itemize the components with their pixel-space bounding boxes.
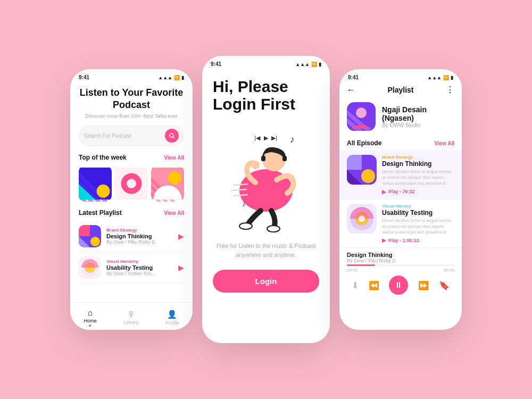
svg-point-19 <box>90 237 100 246</box>
active-dot <box>89 325 91 327</box>
player-controls: ⬇ ⏪ ⏸ ⏩ 🔖 <box>347 275 454 296</box>
status-bar-3: 9:41 ▲▲▲ 🛜 ▮ <box>339 69 462 82</box>
playlist-info-2: Visual Hierachy Usability Testing By Oww… <box>106 259 173 276</box>
latest-playlist-label: Latest Playlist <box>79 209 122 217</box>
back-button[interactable]: ← <box>347 85 355 95</box>
signal-icon: ▲▲▲ <box>158 75 172 80</box>
now-playing-bar: Design Thinking By Oww / Piko Rizky D 15… <box>339 248 462 298</box>
nav-library-label: Library <box>123 320 138 325</box>
svg-text:▶|: ▶| <box>271 135 277 141</box>
nav-library[interactable]: 🎙 Library <box>123 310 138 325</box>
forward-button[interactable]: ⏩ <box>418 280 429 290</box>
playlist-info-1: Brand Strategy Design Thinking By Oww / … <box>106 228 173 245</box>
now-playing-left: Design Thinking By Oww / Piko Rizky D <box>347 252 396 263</box>
nav-profile[interactable]: 👤 Profile <box>165 310 179 326</box>
phone-3: 9:41 ▲▲▲ 🛜 ▮ ← Playlist ⋮ Ngaji Desain (… <box>339 69 462 330</box>
svg-point-0 <box>170 134 173 137</box>
login-button[interactable]: Login <box>213 270 319 293</box>
view-all-playlist[interactable]: View All <box>164 210 184 216</box>
bookmark-button[interactable]: 🔖 <box>439 280 450 290</box>
ep-play-label-1: Play - 70:32 <box>388 189 415 194</box>
playlist-cat-2: Visual Hierachy <box>106 259 173 264</box>
rewind-button[interactable]: ⏪ <box>369 280 379 290</box>
status-bar-2: 9:41 ▲▲▲ 🛜 ▮ <box>202 56 330 69</box>
play-button-2[interactable]: ▶ <box>178 263 184 272</box>
svg-point-31 <box>239 223 252 229</box>
svg-point-45 <box>361 169 375 183</box>
playlist-by-1: By Oww / Piko Rizky D <box>106 239 173 245</box>
progress-times: 15:40 60:20 <box>347 268 454 272</box>
playlist-header: Ngaji Desain (Ngasen) By OWW Studio <box>339 98 462 137</box>
playlist-name-2: Usability Testing <box>106 264 173 271</box>
episode-item-2[interactable]: Visual Hieracy Usability Testing Donec f… <box>339 200 462 248</box>
ep-play-2[interactable]: ▶ Play - 1:05:12 <box>382 237 454 243</box>
more-button[interactable]: ⋮ <box>446 85 454 95</box>
status-bar-1: 9:41 ▲▲▲ 🛜 ▮ <box>70 69 193 82</box>
signal-icons-3: ▲▲▲ 🛜 ▮ <box>427 75 453 80</box>
svg-point-50 <box>359 215 365 222</box>
top-cards-grid <box>79 165 184 202</box>
wifi-icon: 🛜 <box>174 75 180 80</box>
playlist-cat-1: Brand Strategy <box>106 228 173 232</box>
view-all-episodes[interactable]: View All <box>434 140 454 146</box>
playlist-big-by: By OWW Studio <box>382 122 454 128</box>
playlist-big-thumb <box>347 102 376 131</box>
search-button[interactable] <box>165 129 179 143</box>
view-all-top[interactable]: View All <box>164 155 184 161</box>
login-title-line1: Hi, Please <box>213 78 288 95</box>
nav-profile-label: Profile <box>165 320 179 326</box>
playlist-name-1: Design Thinking <box>106 233 173 239</box>
svg-point-8 <box>97 185 110 198</box>
playlist-nav-title: Playlist <box>387 86 413 94</box>
time-3: 9:41 <box>348 74 359 80</box>
ep-play-label-2: Play - 1:05:12 <box>388 238 419 243</box>
playlist-nav: ← Playlist ⋮ <box>339 82 462 98</box>
wifi-icon-3: 🛜 <box>443 75 449 80</box>
ep-cat-2: Visual Hieracy <box>382 204 454 209</box>
playlist-thumb-2 <box>79 256 101 279</box>
play-button-1[interactable]: ▶ <box>178 232 184 240</box>
battery-icon: ▮ <box>181 75 184 80</box>
top-card-1[interactable] <box>79 165 112 202</box>
ep-cat-1: Brand Strategy <box>382 155 454 160</box>
ep-thumb-1 <box>347 155 377 185</box>
svg-text:▶: ▶ <box>264 135 269 141</box>
progress-track <box>347 264 454 266</box>
playlist-item-1[interactable]: Brand Strategy Design Thinking By Oww / … <box>79 221 184 252</box>
episode-item-1[interactable]: Brand Strategy Design Thinking Donec fac… <box>339 151 462 200</box>
svg-point-30 <box>251 161 260 169</box>
top-card-2[interactable] <box>115 165 148 202</box>
ep-info-1: Brand Strategy Design Thinking Donec fac… <box>382 155 454 195</box>
playlist-item-2[interactable]: Visual Hierachy Usability Testing By Oww… <box>79 252 184 284</box>
svg-point-11 <box>127 179 136 188</box>
phone-2: 9:41 ▲▲▲ 🛜 ▮ Hi, Please Login First ♪ ♪ <box>202 56 330 343</box>
progress-fill <box>347 264 375 266</box>
page-title-1: Listen to Your Favorite Podcast <box>79 87 184 111</box>
download-button[interactable]: ⬇ <box>352 280 359 290</box>
search-placeholder: Search For Podcast <box>84 133 165 139</box>
p2-description: Free for Listen to the music & Podcast a… <box>213 242 319 259</box>
svg-rect-28 <box>261 156 265 161</box>
login-title: Hi, Please Login First <box>213 78 319 113</box>
svg-text:♪: ♪ <box>290 134 295 145</box>
login-title-line2: Login First <box>213 95 295 113</box>
ep-desc-2: Donec facilisis tortor ut augue lacinia … <box>382 218 454 236</box>
svg-line-1 <box>173 137 174 138</box>
signal-icon-2: ▲▲▲ <box>295 62 310 67</box>
pause-button[interactable]: ⏸ <box>389 276 408 295</box>
search-bar[interactable]: Search For Podcast <box>79 125 184 146</box>
top-card-3[interactable] <box>151 165 184 202</box>
battery-icon-3: ▮ <box>451 75 453 80</box>
progress-total: 60:20 <box>444 268 454 272</box>
np-by: By Oww / Piko Rizky D <box>347 258 396 263</box>
ep-desc-1: Donec facilisis tortor ut augue lacinia … <box>382 169 454 187</box>
bottom-nav-1: ⌂ Home 🎙 Library 👤 Profile <box>70 302 193 330</box>
progress-bar[interactable] <box>347 264 454 266</box>
ep-thumb-2 <box>347 204 377 234</box>
nav-home[interactable]: ⌂ Home <box>84 308 96 327</box>
ep-play-1[interactable]: ▶ Play - 70:32 <box>382 189 454 195</box>
svg-rect-18 <box>79 225 90 236</box>
now-playing-info: Design Thinking By Oww / Piko Rizky D <box>347 252 454 263</box>
ep-title-2: Usability Testing <box>382 209 454 217</box>
battery-icon-2: ▮ <box>319 62 321 67</box>
